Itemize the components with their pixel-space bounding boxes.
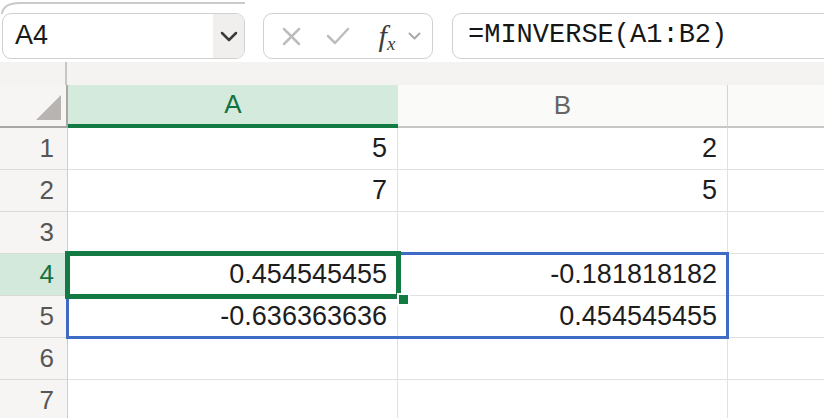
cancel-button[interactable] [281,26,302,47]
excel-window: A4 fx =MINVERSE(A1:B2) [0,0,824,418]
row-header-1[interactable]: 1 [0,128,68,170]
cell-C1[interactable] [728,128,824,170]
cell-C7[interactable] [728,380,824,418]
formula-bar-row: A4 fx =MINVERSE(A1:B2) [0,0,824,62]
column-header-b[interactable]: B [398,85,728,128]
column-header-c[interactable] [728,85,824,128]
row-1: 1 5 2 [0,128,824,170]
cell-B4[interactable]: -0.181818182 [398,254,728,296]
row-header-5[interactable]: 5 [0,296,68,338]
formula-bar[interactable]: =MINVERSE(A1:B2) [452,13,824,59]
name-box-dropdown-button[interactable] [213,14,244,58]
row-5: 5 -0.636363636 0.454545455 [0,296,824,338]
row-header-4[interactable]: 4 [0,254,68,296]
cell-A7[interactable] [68,380,398,418]
chevron-down-icon [220,31,238,42]
row-4: 4 0.454545455 -0.181818182 [0,254,824,296]
toolbar-grid-gap [0,62,824,85]
cell-B1[interactable]: 2 [398,128,728,170]
column-header-row: A B [0,85,824,128]
row-7: 7 [0,380,824,418]
cell-C2[interactable] [728,170,824,212]
fx-icon: f [379,19,387,52]
fx-icon-sub: x [387,33,395,54]
formula-button-group: fx [263,13,433,59]
fill-handle[interactable] [397,293,410,306]
enter-button[interactable] [326,26,350,46]
cell-A1[interactable]: 5 [68,128,398,170]
cell-A6[interactable] [68,338,398,380]
select-all-triangle-icon [36,94,63,121]
insert-function-button[interactable]: fx [372,19,402,53]
cell-B7[interactable] [398,380,728,418]
cell-A2[interactable]: 7 [68,170,398,212]
row-header-7[interactable]: 7 [0,380,68,418]
name-box-value[interactable]: A4 [3,14,213,58]
formula-input[interactable]: =MINVERSE(A1:B2) [453,14,824,56]
cell-C4[interactable] [728,254,824,296]
cell-A5[interactable]: -0.636363636 [68,296,398,338]
name-box[interactable]: A4 [2,13,245,59]
cell-B3[interactable] [398,212,728,254]
cell-C6[interactable] [728,338,824,380]
cell-A4-active[interactable]: 0.454545455 [68,254,398,296]
select-all-corner[interactable] [0,85,68,128]
row-6: 6 [0,338,824,380]
row-3: 3 [0,212,824,254]
row-2: 2 7 5 [0,170,824,212]
row-header-3[interactable]: 3 [0,212,68,254]
cell-C3[interactable] [728,212,824,254]
row-header-2[interactable]: 2 [0,170,68,212]
cell-C5[interactable] [728,296,824,338]
column-header-a[interactable]: A [68,85,398,128]
spreadsheet-grid: A B 1 5 2 2 7 5 3 4 0.454545455 -0.18181… [0,85,824,418]
gap-divider-line [65,62,67,85]
row-header-6[interactable]: 6 [0,338,68,380]
cell-A3[interactable] [68,212,398,254]
cell-B5[interactable]: 0.454545455 [398,296,728,338]
cell-B2[interactable]: 5 [398,170,728,212]
cell-B6[interactable] [398,338,728,380]
fx-dropdown-chevron-icon[interactable] [408,32,421,40]
